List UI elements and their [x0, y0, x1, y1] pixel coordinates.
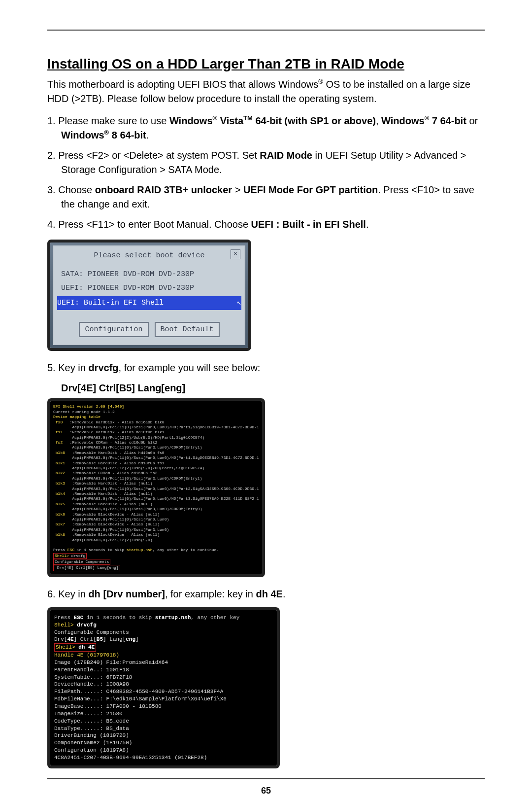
boot-option: UEFI: PIONEER DVD-ROM DVD-230P	[61, 281, 237, 295]
step-6: 6. Key in dh [Drv number], for example: …	[47, 587, 485, 601]
screenshot-dh-output: Press ESC in 1 seconds to skip startup.n…	[47, 607, 280, 768]
boot-option: SATA: PIONEER DVD-ROM DVD-230P	[61, 268, 237, 281]
boot-option-selected: UEFI: Built-in EFI Shell ↖	[57, 296, 241, 310]
cursor-icon: ↖	[237, 298, 241, 309]
bottom-rule	[47, 778, 485, 779]
step-2: 2. Press <F2> or <Delete> at system POST…	[47, 148, 485, 177]
top-rule	[47, 30, 485, 31]
screenshot-efi-shell-mapping: EFI Shell version 2.00 [4.640]Current ru…	[47, 398, 265, 577]
boot-dialog-title: Please select boot device	[94, 250, 204, 261]
intro-paragraph: This motherboard is adopting UEFI BIOS t…	[47, 77, 485, 106]
step-4: 4. Press <F11> to enter Boot Manual. Cho…	[47, 217, 485, 232]
step-3: 3. Choose onboard RAID 3TB+ unlocker > U…	[47, 183, 485, 211]
page-title: Installing OS on a HDD Larger Than 2TB i…	[47, 54, 485, 74]
drvcfg-result: Drv[4E] Ctrl[B5] Lang[eng]	[61, 381, 485, 395]
configuration-button: Configuration	[79, 322, 148, 338]
screenshot-boot-device: Please select boot device ✕ SATA: PIONEE…	[47, 240, 251, 351]
boot-default-button: Boot Default	[155, 322, 220, 338]
step-1: 1. Please make sure to use Windows® Vist…	[47, 114, 485, 142]
page-number: 65	[47, 784, 485, 797]
close-icon: ✕	[231, 249, 240, 259]
step-5: 5. Key in drvcfg, for example you will s…	[47, 361, 485, 375]
